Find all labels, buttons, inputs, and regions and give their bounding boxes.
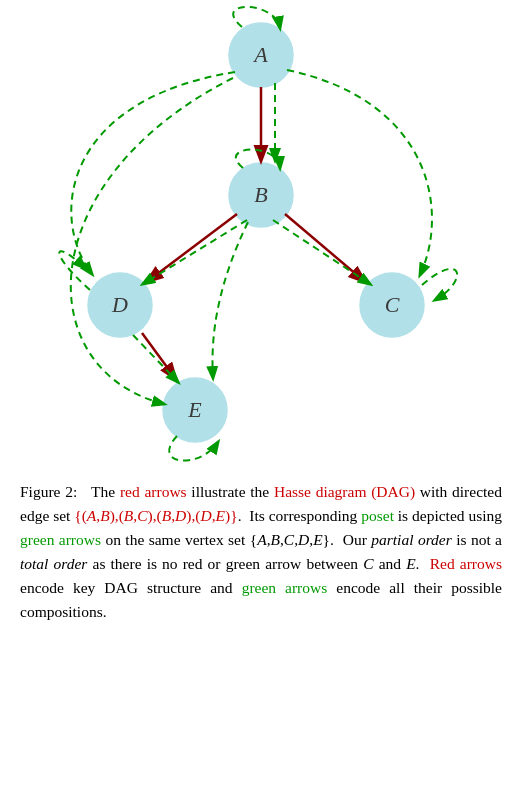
green-edge-BC	[273, 220, 370, 284]
poset-label: poset	[361, 507, 394, 524]
diagram-svg: A B D C E	[0, 0, 522, 470]
label-D: D	[111, 292, 128, 317]
green-edge-BD	[143, 220, 247, 284]
green-arrows-label: green arrows	[20, 531, 101, 548]
red-arrows-label: red arrows	[120, 483, 187, 500]
total-order-label: total order	[20, 555, 87, 572]
red-edge-BC	[285, 214, 364, 281]
green-arrows-label2: green arrows	[242, 579, 328, 596]
red-edge-DE	[142, 333, 175, 378]
hasse-label: Hasse diagram (DAG)	[274, 483, 415, 500]
figure-label: Figure 2:	[20, 483, 91, 500]
label-B: B	[254, 182, 267, 207]
red-edge-BD	[148, 214, 237, 281]
green-edge-BE	[212, 222, 248, 378]
label-E: E	[187, 397, 202, 422]
green-edge-AC	[287, 70, 432, 275]
label-C: C	[385, 292, 400, 317]
partial-order-label: partial order	[371, 531, 451, 548]
green-self-D	[59, 251, 90, 290]
diagram-container: A B D C E	[0, 0, 522, 470]
red-arrows-label2: Red arrows	[430, 555, 502, 572]
caption-text: The red arrows illustrate the Hasse diag…	[20, 483, 502, 620]
green-edge-AD	[71, 72, 235, 274]
label-A: A	[252, 42, 268, 67]
edge-set: {(A,B),(B,C),(B,D),(D,E)}	[74, 507, 237, 524]
green-self-C	[422, 269, 457, 300]
figure-caption: Figure 2: The red arrows illustrate the …	[0, 470, 522, 644]
